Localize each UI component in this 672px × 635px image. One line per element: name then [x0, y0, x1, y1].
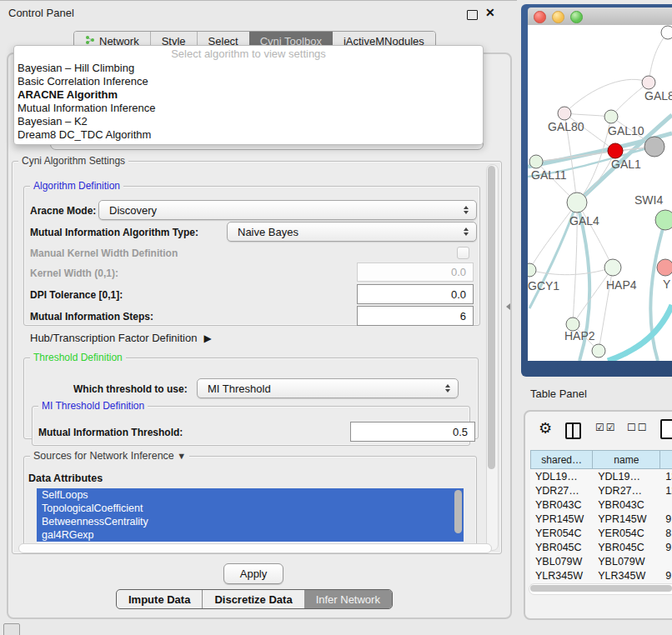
control-panel-window: Control Panel ✕ Network Style Select Cyn… — [0, 0, 517, 635]
dpi-tolerance-label: DPI Tolerance [0,1]: — [30, 289, 123, 301]
settings-scrollbar-thumb[interactable] — [488, 166, 495, 469]
network-edge[interactable] — [608, 305, 672, 361]
network-node-label: GAL10 — [608, 124, 644, 138]
network-node-GAL4[interactable] — [567, 192, 587, 212]
manual-kernel-checkbox[interactable] — [457, 247, 469, 259]
algorithm-option[interactable]: ARACNE Algorithm — [14, 88, 483, 102]
table-cell: YPR145W — [530, 513, 593, 525]
table-row[interactable]: YER054CYER054C8. — [530, 526, 672, 540]
network-node-label: GCY1 — [528, 279, 559, 292]
float-window-icon[interactable] — [467, 10, 478, 20]
algorithm-dropdown-placeholder: Select algorithm to view settings — [14, 47, 483, 62]
network-node-GAL8[interactable] — [642, 76, 655, 89]
close-traffic-light-icon[interactable] — [534, 11, 546, 23]
tab-infer-network[interactable]: Infer Network — [304, 590, 392, 608]
network-edge[interactable] — [649, 32, 668, 82]
table-cell: YBR045C — [530, 542, 593, 553]
network-node-label: HAP2 — [564, 329, 595, 342]
aracne-mode-combobox[interactable]: Discovery — [98, 200, 477, 220]
table-row[interactable]: YBR045CYBR045C9. — [530, 540, 672, 554]
column-header-name[interactable]: name — [593, 450, 660, 469]
network-node-node-Y[interactable] — [657, 259, 672, 276]
table-cell: YLR345W — [530, 570, 593, 582]
network-edge[interactable] — [611, 82, 649, 117]
network-node-SWI4[interactable] — [655, 210, 672, 230]
network-node-GAL1[interactable] — [608, 143, 623, 158]
close-icon[interactable]: ✕ — [485, 6, 495, 19]
network-node-node-gray[interactable] — [644, 137, 664, 157]
table-cell: YER054C — [593, 528, 660, 539]
network-node-label: GAL80 — [548, 120, 584, 133]
network-node-HAP4[interactable] — [604, 259, 621, 276]
data-attribute-item[interactable]: gal4RGexp — [37, 528, 464, 542]
algorithm-option[interactable]: Basic Correlation Inference — [14, 75, 483, 88]
mi-threshold-group-title: MI Threshold Definition — [38, 400, 148, 412]
network-edge[interactable] — [577, 202, 613, 268]
network-node-GAL10[interactable] — [604, 110, 618, 123]
network-edge[interactable] — [573, 268, 613, 324]
network-edge[interactable] — [529, 268, 613, 275]
tab-discretize-data[interactable]: Discretize Data — [202, 590, 303, 608]
column-header-shared-name[interactable]: shared… — [530, 450, 593, 469]
deselect-all-checkboxes-icon[interactable]: ☐☐ — [627, 422, 649, 433]
table-cell: 9. — [660, 570, 672, 582]
sources-title-text: Sources for Network Inference — [33, 450, 174, 462]
mi-threshold-input[interactable]: 0.5 — [350, 422, 475, 442]
minimized-panel-icon[interactable] — [3, 623, 20, 635]
algorithm-option[interactable]: Bayesian – Hill Climbing — [14, 62, 483, 75]
attributes-scrollbar-thumb[interactable] — [454, 490, 462, 533]
mi-type-combobox[interactable]: Naive Bayes — [227, 222, 477, 242]
network-node-node-bottom[interactable] — [592, 344, 605, 358]
network-node-GAL11[interactable] — [529, 155, 543, 168]
data-attribute-item[interactable]: SelfLoops — [37, 488, 464, 502]
column-header-partial[interactable] — [660, 450, 672, 469]
table-panel-title: Table Panel — [530, 385, 587, 403]
apply-button[interactable]: Apply — [223, 563, 283, 584]
network-node-node-top[interactable] — [661, 26, 672, 39]
algorithm-option[interactable]: Mutual Information Inference — [14, 102, 483, 115]
zoom-traffic-light-icon[interactable] — [570, 11, 583, 23]
settings-scrollbar[interactable] — [486, 164, 499, 551]
data-attributes-list[interactable]: SelfLoopsTopologicalCoefficientBetweenne… — [37, 488, 464, 544]
network-node-label: GAL4 — [569, 214, 599, 228]
which-threshold-combobox[interactable]: MI Threshold — [197, 378, 459, 398]
table-row[interactable]: YPR145WYPR145W9. — [530, 512, 672, 526]
hub-definition-toggle[interactable]: Hub/Transcription Factor Definition ▶ — [30, 332, 212, 344]
kernel-width-label: Kernel Width (0,1): — [30, 268, 118, 279]
network-canvas[interactable]: GAL8GAL80GAL10GAL1GAL11GAL4SWI4GCY1HAP4Y… — [528, 25, 672, 361]
network-window-titlebar[interactable] — [528, 8, 672, 26]
network-edge[interactable] — [564, 79, 649, 113]
export-table-icon[interactable] — [660, 419, 672, 439]
mi-steps-input[interactable]: 6 — [357, 306, 474, 326]
mi-type-label: Mutual Information Algorithm Type: — [30, 227, 198, 238]
data-attribute-item[interactable]: BetweennessCentrality — [37, 515, 464, 528]
algorithm-option[interactable]: Bayesian – K2 — [14, 115, 483, 128]
table-panel-body: ⚙ ☑☑ ☐☐ shared… name YDL19…YDL19…13YDR27… — [524, 410, 672, 620]
tab-impute-data[interactable]: Impute Data — [117, 590, 202, 608]
network-node-GCY1[interactable] — [528, 263, 536, 277]
columns-icon[interactable] — [565, 422, 581, 439]
sources-horizontal-scrollbar[interactable] — [18, 543, 492, 553]
table-row[interactable]: YBL079WYBL079W — [530, 554, 672, 568]
table-row[interactable]: YDL19…YDL19…13 — [530, 469, 672, 483]
sources-group-title[interactable]: Sources for Network Inference ▼ — [30, 450, 189, 462]
table-row[interactable]: YLR345WYLR345W9. — [530, 568, 672, 582]
kernel-width-input[interactable]: 0.0 — [357, 262, 474, 282]
mi-type-value: Naive Bayes — [238, 226, 298, 238]
data-attribute-item[interactable]: TopologicalCoefficient — [37, 502, 464, 515]
table-horizontal-scrollbar[interactable] — [529, 583, 672, 595]
stepper-icon — [464, 228, 469, 236]
select-all-checkboxes-icon[interactable]: ☑☑ — [595, 422, 617, 433]
network-node-GAL80[interactable] — [558, 107, 571, 120]
table-cell: YDR27… — [593, 485, 660, 497]
screen: Control Panel ✕ Network Style Select Cyn… — [0, 0, 672, 635]
table-row[interactable]: YDR27…YDR27…12 — [530, 483, 672, 498]
minimize-traffic-light-icon[interactable] — [552, 11, 564, 23]
splitter-collapse-icon[interactable] — [506, 303, 510, 310]
dpi-tolerance-input[interactable]: 0.0 — [357, 284, 474, 304]
table-scrollbar-thumb[interactable] — [530, 585, 672, 592]
gear-icon[interactable]: ⚙ — [539, 419, 552, 438]
table-row[interactable]: YBR043CYBR043C — [530, 498, 672, 512]
control-panel-title: Control Panel — [8, 1, 74, 26]
algorithm-option[interactable]: Dream8 DC_TDC Algorithm — [14, 128, 483, 142]
